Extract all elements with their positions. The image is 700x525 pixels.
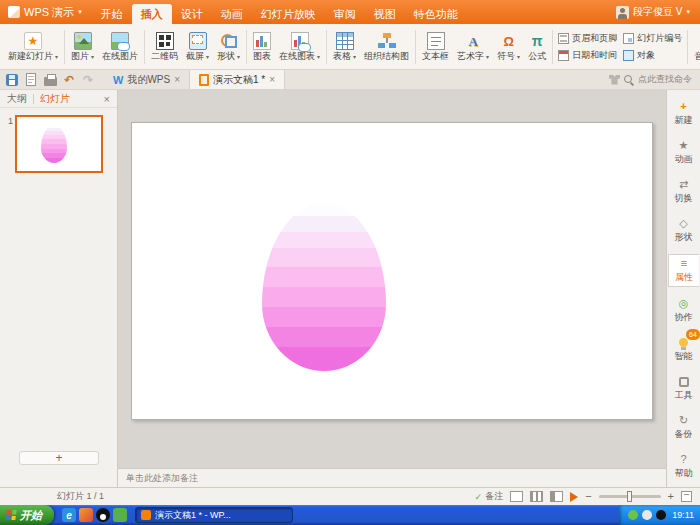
sidebar-item-label: 动画 — [675, 153, 693, 166]
tray-icon-green[interactable] — [628, 510, 638, 520]
export-button[interactable] — [23, 72, 39, 88]
sidebar-item-label: 新建 — [675, 114, 693, 127]
ribbon-symbol-button[interactable]: Ω 符号▾ — [493, 26, 524, 68]
sidebar-item-animation[interactable]: ★ 动画 — [668, 137, 699, 168]
ribbon-table-button[interactable]: 表格▾ — [329, 26, 360, 68]
egg-shape[interactable] — [262, 203, 386, 371]
wps-presentation-window: WPS 演示 ▾ 开始 插入 设计 动画 幻灯片放映 审阅 视图 特色功能 段字… — [0, 0, 700, 525]
sidebar-item-transition[interactable]: ⇄ 切换 — [668, 176, 699, 207]
document-tab-wps-home[interactable]: W 我的WPS × — [104, 70, 189, 89]
ribbon-header-footer-button[interactable]: 页眉和页脚 — [558, 32, 617, 45]
menu-tab-view[interactable]: 视图 — [365, 4, 405, 24]
start-label: 开始 — [20, 508, 42, 523]
sidebar-item-backup[interactable]: ↻ 备份 — [668, 412, 699, 443]
menu-bar: 开始 插入 设计 动画 幻灯片放映 审阅 视图 特色功能 — [92, 0, 467, 24]
slideshow-play-button[interactable] — [570, 492, 578, 502]
undo-button[interactable]: ↶ — [61, 72, 77, 88]
ribbon-formula-button[interactable]: π 公式 — [524, 26, 550, 68]
qr-code-label: 二维码 — [151, 52, 178, 61]
slide-1-thumbnail[interactable] — [15, 115, 103, 173]
ribbon-online-picture-button[interactable]: 在线图片 — [98, 26, 142, 68]
org-chart-icon — [378, 32, 396, 50]
picture-label: 图片 — [71, 52, 89, 61]
ribbon-qr-code-button[interactable]: 二维码 — [147, 26, 182, 68]
formula-pi-icon: π — [528, 32, 546, 50]
ribbon-text-box-button[interactable]: 文本框 — [418, 26, 453, 68]
sidebar-item-tools[interactable]: 工具 — [668, 373, 699, 404]
internet-explorer-icon[interactable]: e — [62, 508, 76, 522]
zoom-out-button[interactable]: − — [585, 491, 591, 502]
divider — [33, 94, 34, 104]
document-tab-presentation1[interactable]: 演示文稿1 * × — [189, 70, 285, 89]
audio-speaker-icon: ♪ — [697, 32, 700, 50]
save-button[interactable] — [4, 72, 20, 88]
tab-label: 我的WPS — [127, 73, 170, 87]
ribbon-group-divider — [687, 30, 688, 64]
ribbon-word-art-button[interactable]: A 艺术字▾ — [453, 26, 493, 68]
menu-tab-special-features[interactable]: 特色功能 — [405, 4, 467, 24]
taskbar-task-presentation1[interactable]: 演示文稿1 * - WP... — [135, 507, 293, 523]
windows-logo-icon — [5, 510, 16, 520]
notes-toggle[interactable]: ✓ 备注 — [475, 490, 504, 503]
ribbon-online-chart-button[interactable]: 在线图表▾ — [275, 26, 324, 68]
tray-icon-qq[interactable] — [656, 510, 666, 520]
skin-icon[interactable] — [609, 75, 620, 85]
print-button[interactable] — [42, 72, 58, 88]
chevron-down-icon: ▾ — [78, 8, 82, 16]
zoom-in-button[interactable]: + — [668, 491, 674, 502]
ribbon-group-divider — [415, 30, 416, 64]
sidebar-item-new[interactable]: + 新建 — [668, 98, 699, 129]
slide-sorter-view-button[interactable] — [530, 491, 543, 502]
redo-button[interactable]: ↷ — [80, 72, 96, 88]
dropdown-caret-icon: ▾ — [237, 54, 240, 60]
close-icon[interactable]: × — [104, 93, 110, 105]
panel-tab-outline[interactable]: 大纲 — [7, 92, 27, 106]
ribbon-date-time-button[interactable]: 日期和时间 — [558, 49, 617, 62]
normal-view-button[interactable] — [510, 491, 523, 502]
start-button[interactable]: 开始 — [0, 505, 54, 525]
menu-tab-slideshow[interactable]: 幻灯片放映 — [252, 4, 325, 24]
panel-tab-slides[interactable]: 幻灯片 — [40, 92, 70, 106]
reading-view-button[interactable] — [550, 491, 563, 502]
ribbon-object-button[interactable]: 对象 — [623, 49, 682, 62]
sidebar-item-smart[interactable]: 64 智能 — [668, 334, 699, 365]
media-player-icon[interactable] — [79, 508, 93, 522]
notes-placeholder: 单击此处添加备注 — [126, 472, 198, 485]
menu-tab-insert[interactable]: 插入 — [132, 4, 172, 24]
editing-canvas[interactable] — [118, 90, 666, 468]
sidebar-item-collaborate[interactable]: ◎ 协作 — [668, 295, 699, 326]
menu-tab-home[interactable]: 开始 — [92, 4, 132, 24]
menu-tab-design[interactable]: 设计 — [172, 4, 212, 24]
tray-icon-light[interactable] — [642, 510, 652, 520]
command-search[interactable]: 点此查找命令 — [609, 73, 696, 86]
ribbon-new-slide-button[interactable]: ★ 新建幻灯片▾ — [4, 26, 62, 68]
ribbon-audio-button[interactable]: ♪ 音频▾ — [690, 26, 700, 68]
zoom-slider[interactable] — [599, 495, 661, 498]
menu-tab-animation[interactable]: 动画 — [212, 4, 252, 24]
menu-tab-review[interactable]: 审阅 — [325, 4, 365, 24]
ribbon-screenshot-button[interactable]: 截屏▾ — [182, 26, 213, 68]
ribbon-picture-button[interactable]: 图片▾ — [67, 26, 98, 68]
panel-tab-bar: 大纲 幻灯片 × — [0, 90, 117, 108]
ribbon-org-chart-button[interactable]: 组织结构图 — [360, 26, 413, 68]
ribbon-slide-number-button[interactable]: 幻灯片编号 — [623, 32, 682, 45]
sidebar-item-properties[interactable]: ≡ 属性 — [668, 254, 699, 287]
notes-area[interactable]: 单击此处添加备注 — [118, 468, 666, 487]
close-icon[interactable]: × — [174, 74, 180, 85]
add-slide-button[interactable]: + — [19, 451, 99, 465]
ribbon-shapes-button[interactable]: 形状▾ — [213, 26, 244, 68]
ribbon-chart-button[interactable]: 图表 — [249, 26, 275, 68]
zoom-slider-handle[interactable] — [627, 491, 632, 502]
app-logo[interactable]: WPS 演示 ▾ — [0, 0, 90, 24]
sidebar-item-help[interactable]: ? 帮助 — [668, 451, 699, 482]
slide-1-canvas[interactable] — [131, 122, 653, 420]
quick-launch-icon[interactable] — [113, 508, 127, 522]
sidebar-item-shape[interactable]: ◇ 形状 — [668, 215, 699, 246]
close-icon[interactable]: × — [269, 74, 275, 85]
qq-icon[interactable] — [96, 508, 110, 522]
slides-panel: 大纲 幻灯片 × 1 + — [0, 90, 118, 487]
dropdown-caret-icon: ▾ — [55, 54, 58, 60]
statusbar: 幻灯片 1 / 1 ✓ 备注 − + — [0, 487, 700, 505]
user-account[interactable]: 段字俊豆 V ▾ — [616, 5, 700, 19]
fit-slide-button[interactable] — [681, 491, 692, 502]
